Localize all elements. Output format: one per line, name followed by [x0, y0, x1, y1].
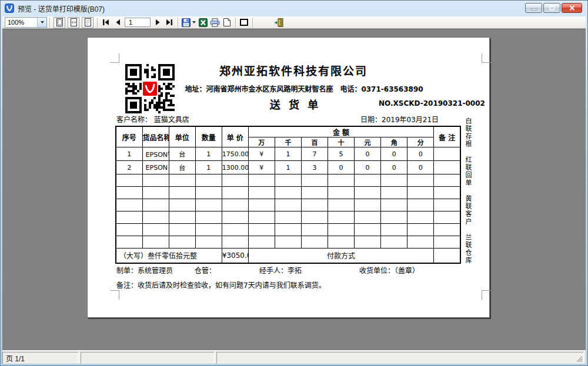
zoom-combobox[interactable]: 100%: [5, 17, 47, 28]
table-cell: 千: [275, 137, 301, 147]
table-cell: [142, 211, 169, 224]
table-cell: 0: [328, 161, 355, 174]
table-cell: [116, 187, 142, 199]
empty-row: [116, 174, 460, 187]
item-row: 1EPSON针式打印机LQ-1800K台11750.00¥175000: [116, 147, 460, 161]
table-cell: [355, 236, 381, 249]
table-cell: [434, 187, 460, 199]
table-cell: [169, 174, 195, 187]
table-cell: [142, 236, 169, 249]
table-cell: [381, 187, 407, 199]
close-button[interactable]: [562, 3, 582, 13]
prev-page-button[interactable]: [112, 17, 123, 28]
table-cell: 1: [275, 161, 301, 174]
table-cell: 单 价: [222, 126, 248, 147]
table-cell: 台: [169, 147, 195, 161]
page-info-panel: 页 1/1: [2, 352, 79, 364]
page-setup-button[interactable]: [238, 17, 250, 28]
copy-label: 红联回单: [464, 156, 472, 187]
form-title: 送 货 单: [236, 96, 354, 112]
table-cell: [248, 211, 275, 224]
minimize-button[interactable]: [525, 3, 542, 13]
total-row: （大写）叁仟零伍拾元整¥3050.00付款方式: [116, 249, 460, 263]
table-cell: [195, 224, 222, 236]
table-cell: [407, 211, 434, 224]
page-number-input[interactable]: [125, 18, 151, 27]
crop-mark: [482, 53, 491, 63]
table-cell: [195, 236, 222, 249]
table-cell: [434, 161, 460, 174]
save-dropdown-icon[interactable]: [192, 21, 196, 23]
table-cell: 万: [248, 137, 275, 147]
document-date: 日期：2019年03月21日: [360, 114, 439, 124]
preview-window: 预览 - 送货单打印模版(B07) 100%: [0, 0, 588, 366]
table-cell: [222, 174, 248, 187]
table-cell: [116, 224, 142, 236]
table-cell: 0: [381, 147, 407, 161]
print-button[interactable]: [209, 17, 221, 28]
zoom-actual-size-button[interactable]: [82, 17, 93, 28]
window-title: 预览 - 送货单打印模版(B07): [18, 4, 105, 14]
first-page-icon: [102, 19, 109, 25]
handler-field: 经手人：李拓: [259, 265, 302, 275]
zoom-dropdown-icon[interactable]: [37, 18, 46, 27]
table-cell: [116, 236, 142, 249]
whole-page-icon: [56, 18, 63, 26]
table-cell: 1: [275, 147, 301, 161]
zoom-page-width-button[interactable]: [68, 17, 79, 28]
export-excel-button[interactable]: [197, 17, 209, 28]
table-cell: [434, 249, 460, 263]
table-cell: 1300.00: [222, 161, 248, 174]
zoom-whole-page-button[interactable]: [54, 17, 65, 28]
last-page-button[interactable]: [163, 17, 175, 28]
table-cell: 3: [301, 161, 328, 174]
table-cell: [195, 174, 222, 187]
table-cell: [355, 187, 381, 199]
table-header-row: 序号货品名称及规格单位数量单 价金 额备 注: [116, 126, 460, 137]
table-cell: ¥: [248, 147, 275, 161]
table-cell: [195, 211, 222, 224]
crop-mark: [482, 290, 491, 300]
preview-area: 郑州亚拓软件科技有限公司 地址：河南省郑州市金水区东风路明天财智名座 电话：03…: [2, 29, 586, 350]
table-cell: [381, 224, 407, 236]
table-cell: 0: [407, 161, 434, 174]
table-cell: [407, 187, 434, 199]
blank-page-button[interactable]: [221, 17, 233, 28]
table-cell: [222, 224, 248, 236]
empty-row: [116, 224, 460, 236]
table-cell: [328, 236, 355, 249]
table-cell: [381, 211, 407, 224]
last-page-icon: [166, 19, 173, 25]
exit-button[interactable]: [273, 17, 285, 28]
exit-door-icon: [274, 18, 284, 27]
table-cell: 十: [328, 137, 355, 147]
table-cell: [355, 211, 381, 224]
maximize-button[interactable]: [543, 3, 560, 13]
printer-icon: [210, 18, 220, 27]
maker-field: 制单：系统管理员: [116, 265, 173, 275]
table-cell: [328, 199, 355, 211]
table-cell: 0: [355, 147, 381, 161]
table-cell: [328, 187, 355, 199]
company-address: 地址：河南省郑州市金水区东风路明天财智名座 电话：0371-63563890: [163, 83, 445, 93]
table-cell: 1750.00: [222, 147, 248, 161]
table-cell: [381, 236, 407, 249]
table-cell: [328, 174, 355, 187]
copy-label: 黄联客户: [464, 195, 472, 226]
table-cell: [355, 174, 381, 187]
table-cell: [275, 236, 301, 249]
table-cell: [169, 199, 195, 211]
table-cell: 元: [355, 137, 381, 147]
save-icon: [182, 18, 191, 27]
title-bar: 预览 - 送货单打印模版(B07): [0, 0, 588, 16]
table-cell: [222, 199, 248, 211]
table-cell: [328, 224, 355, 236]
first-page-button[interactable]: [100, 17, 112, 28]
resize-grip[interactable]: [576, 355, 583, 362]
document-number: NO.XSCKD-20190321-0002: [379, 99, 485, 108]
table-cell: [248, 236, 275, 249]
save-button[interactable]: [181, 17, 197, 28]
table-cell: 百: [301, 137, 328, 147]
next-page-button[interactable]: [152, 17, 163, 28]
crop-mark: [110, 53, 119, 63]
